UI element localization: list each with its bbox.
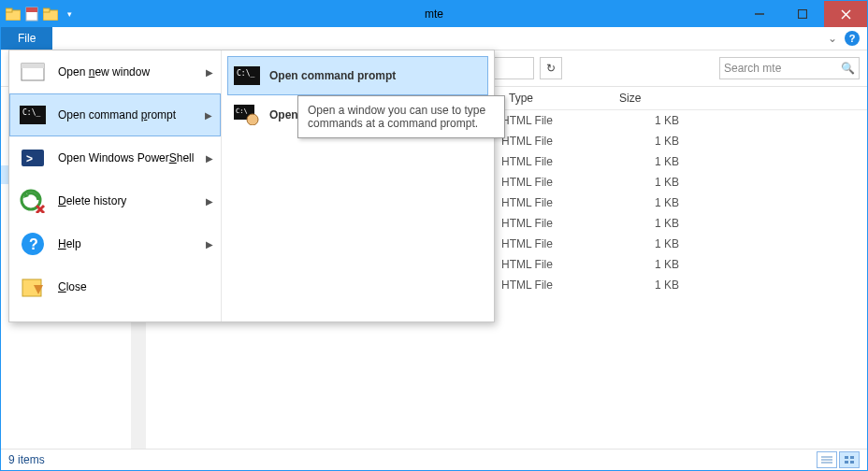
svg-rect-28	[850, 456, 854, 459]
file-menu-item[interactable]: Open new window▶	[9, 50, 221, 93]
row-size: 1 KB	[604, 155, 679, 168]
properties-icon[interactable]	[23, 5, 40, 23]
svg-rect-29	[845, 461, 848, 464]
column-size[interactable]: Size	[612, 92, 694, 105]
search-icon: 🔍	[841, 62, 855, 75]
row-size: 1 KB	[604, 217, 679, 230]
menu-label: Open Windows PowerShell	[58, 151, 194, 164]
cmd-icon: C:\_	[19, 101, 47, 129]
svg-rect-5	[43, 8, 50, 12]
file-menu-main: Open new window▶C:\_Open command prompt▶…	[9, 50, 222, 321]
row-size: 1 KB	[604, 135, 679, 148]
row-size: 1 KB	[604, 278, 679, 292]
row-type: HTML File	[501, 114, 604, 127]
menu-label: Open command prompt	[58, 108, 176, 121]
submenu-label: Open command prompt	[269, 69, 396, 82]
row-size: 1 KB	[604, 114, 679, 127]
details-view-button[interactable]	[817, 451, 837, 468]
row-size: 1 KB	[604, 196, 679, 209]
row-type: HTML File	[501, 258, 604, 271]
search-placeholder: Search mte	[724, 62, 781, 75]
search-box[interactable]: Search mte 🔍	[719, 57, 860, 79]
status-bar: 9 items	[1, 449, 867, 470]
explorer-window: ▾ mte File ⌄ ? ⌄ ↻ Search mte 🔍 ♪MusicPi…	[0, 0, 868, 471]
submenu-arrow-icon: ▶	[205, 110, 212, 121]
minimize-button[interactable]	[738, 1, 781, 27]
ribbon-expand-icon[interactable]: ⌄	[828, 32, 837, 45]
close-button[interactable]	[824, 1, 867, 27]
row-type: HTML File	[501, 217, 604, 230]
row-size: 1 KB	[604, 237, 679, 250]
file-menu-item[interactable]: Delete history▶	[9, 179, 221, 222]
file-menu-item[interactable]: ?Help▶	[9, 222, 221, 265]
icons-view-button[interactable]	[839, 451, 860, 468]
tooltip: Open a window you can use to type comman…	[297, 95, 505, 138]
file-menu-submenu: C:\_Open command promptC:\Open c	[222, 50, 494, 321]
submenu-arrow-icon: ▶	[206, 239, 213, 250]
svg-text:?: ?	[29, 236, 38, 252]
maximize-button[interactable]	[781, 1, 824, 27]
ps-icon: >	[19, 144, 47, 172]
row-type: HTML File	[501, 237, 604, 250]
svg-text:C:\_: C:\_	[237, 69, 254, 78]
titlebar[interactable]: ▾ mte	[1, 1, 867, 27]
row-type: HTML File	[501, 278, 604, 292]
menu-label: Open new window	[58, 65, 150, 78]
close-icon	[19, 273, 47, 301]
menu-label: Help	[58, 237, 81, 250]
file-menu-item[interactable]: Close	[9, 265, 221, 308]
row-type: HTML File	[501, 135, 604, 148]
svg-rect-1	[6, 8, 12, 12]
menu-label: Close	[58, 280, 87, 293]
window-controls	[738, 1, 867, 27]
svg-point-49	[247, 114, 258, 125]
svg-text:>: >	[26, 152, 33, 165]
svg-text:C:\: C:\	[236, 107, 248, 115]
row-type: HTML File	[501, 176, 604, 189]
column-type[interactable]: Type	[501, 92, 612, 105]
window-icon	[19, 58, 47, 86]
svg-rect-7	[799, 10, 807, 19]
qat-dropdown-icon[interactable]: ▾	[61, 5, 78, 23]
svg-rect-32	[22, 64, 44, 68]
refresh-button[interactable]: ↻	[540, 57, 562, 79]
svg-text:C:\_: C:\_	[22, 108, 40, 117]
svg-rect-3	[26, 7, 37, 12]
svg-rect-30	[850, 461, 854, 464]
file-menu: Open new window▶C:\_Open command prompt▶…	[8, 50, 495, 322]
file-menu-item[interactable]: >Open Windows PowerShell▶	[9, 136, 221, 179]
row-type: HTML File	[501, 196, 604, 209]
row-size: 1 KB	[604, 258, 679, 271]
ribbon-tabs: File ⌄ ?	[1, 27, 867, 50]
file-tab[interactable]: File	[1, 27, 52, 50]
help-icon: ?	[19, 230, 47, 258]
folder-icon	[5, 5, 22, 23]
menu-label: Delete history	[58, 194, 126, 207]
folder-open-icon[interactable]	[42, 5, 59, 23]
quick-access-toolbar: ▾	[1, 5, 78, 23]
del-icon	[19, 187, 47, 215]
file-menu-item[interactable]: C:\_Open command prompt▶	[9, 93, 221, 136]
file-submenu-item[interactable]: C:\_Open command prompt	[227, 56, 488, 95]
submenu-arrow-icon: ▶	[206, 196, 213, 207]
submenu-arrow-icon: ▶	[206, 67, 213, 78]
svg-rect-27	[845, 456, 848, 459]
row-size: 1 KB	[604, 176, 679, 189]
status-text: 9 items	[8, 453, 45, 466]
cmd-icon: C:\_	[234, 65, 260, 86]
submenu-arrow-icon: ▶	[206, 153, 213, 164]
help-icon[interactable]: ?	[845, 31, 860, 46]
cmdadmin-icon: C:\	[234, 105, 260, 125]
row-type: HTML File	[501, 155, 604, 168]
